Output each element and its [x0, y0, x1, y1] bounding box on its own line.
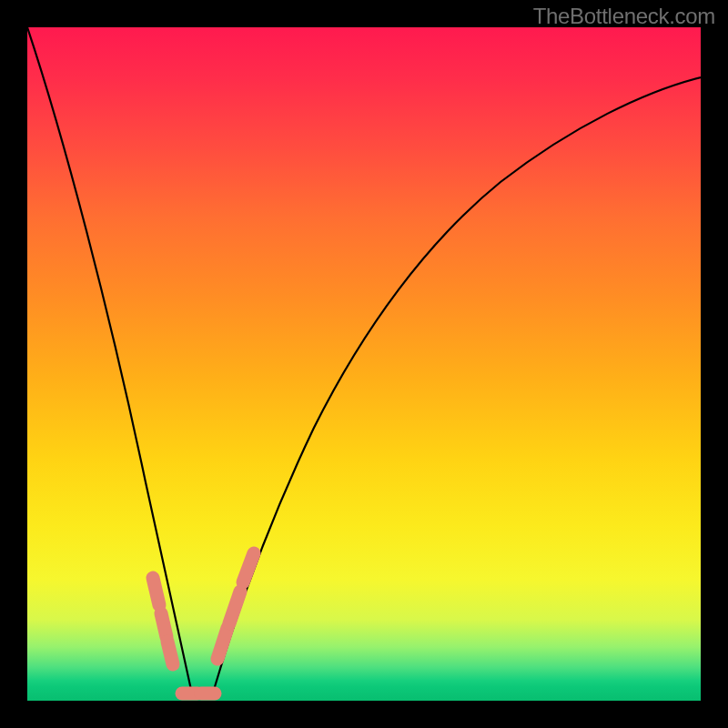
watermark-text: TheBottleneck.com	[533, 4, 715, 29]
curve-svg	[27, 27, 701, 701]
marker-capsule	[229, 592, 240, 623]
marker-capsule	[167, 642, 173, 664]
marker-group	[153, 553, 254, 693]
marker-capsule	[153, 578, 159, 605]
plot-area	[27, 27, 701, 701]
bottleneck-curve	[27, 27, 701, 690]
marker-capsule	[161, 613, 167, 637]
outer-frame: TheBottleneck.com	[0, 0, 728, 728]
marker-capsule	[243, 553, 254, 582]
marker-capsule	[217, 628, 228, 659]
